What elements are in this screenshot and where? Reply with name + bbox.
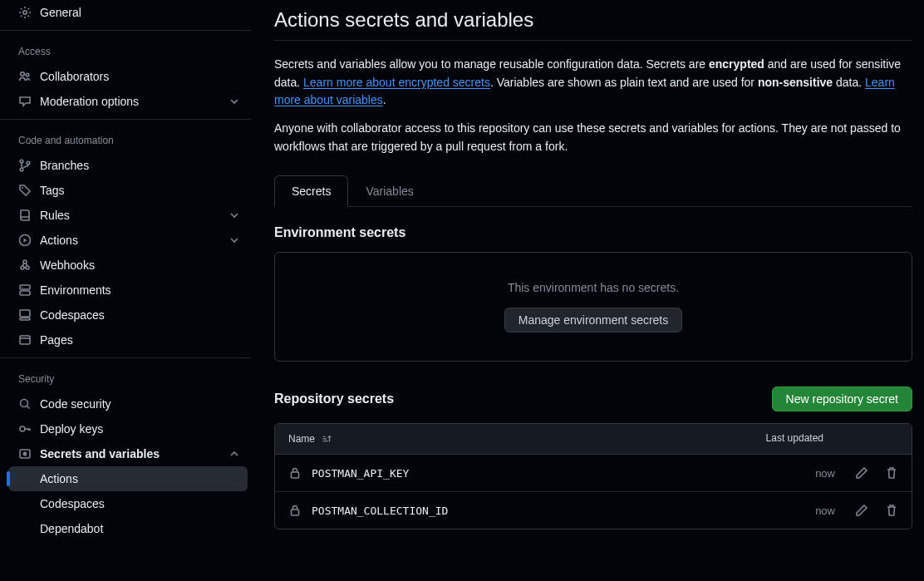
- page-title: Actions secrets and variables: [274, 8, 912, 40]
- sidebar-item-environments[interactable]: Environments: [0, 278, 251, 303]
- svg-point-4: [20, 168, 23, 171]
- sidebar-item-sv-actions[interactable]: Actions: [8, 466, 248, 491]
- svg-point-14: [22, 293, 22, 293]
- sidebar-label: Deploy keys: [40, 422, 103, 436]
- sidebar-item-pages[interactable]: Pages: [0, 327, 251, 352]
- sidebar-item-deploy-keys[interactable]: Deploy keys: [0, 416, 251, 441]
- sidebar-label: Dependabot: [40, 522, 103, 535]
- main-content: Actions secrets and variables Secrets an…: [258, 0, 924, 581]
- play-circle-icon: [18, 234, 32, 247]
- description-1: Secrets and variables allow you to manag…: [274, 56, 912, 110]
- new-repo-secret-button[interactable]: New repository secret: [772, 387, 912, 411]
- table-row: POSTMAN_COLLECTION_ID now: [275, 492, 912, 529]
- tag-icon: [18, 184, 32, 197]
- sidebar-item-sv-codespaces[interactable]: Codespaces: [0, 491, 251, 516]
- book-icon: [18, 209, 32, 222]
- sidebar-label: Actions: [40, 234, 78, 247]
- sidebar-section-security: Security: [0, 362, 251, 391]
- svg-rect-21: [292, 472, 299, 478]
- svg-point-8: [21, 266, 24, 269]
- secret-name: POSTMAN_COLLECTION_ID: [312, 505, 448, 517]
- shield-search-icon: [18, 397, 32, 411]
- secret-updated: now: [815, 505, 835, 517]
- repo-secrets-title: Repository secrets: [274, 391, 394, 406]
- sidebar-label: Secrets and variables: [40, 447, 160, 460]
- sidebar-item-sv-dependabot[interactable]: Dependabot: [0, 516, 251, 541]
- trash-icon[interactable]: [885, 504, 898, 517]
- col-updated-header: Last updated: [766, 432, 823, 446]
- divider: [274, 40, 912, 41]
- sidebar-label: Environments: [40, 283, 111, 297]
- sidebar-section-code: Code and automation: [0, 123, 251, 153]
- svg-rect-22: [292, 510, 299, 515]
- sidebar-label: Code security: [40, 397, 111, 411]
- table-row: POSTMAN_API_KEY now: [275, 455, 912, 492]
- sidebar-section-access: Access: [0, 34, 251, 64]
- secret-updated: now: [815, 467, 835, 480]
- svg-point-2: [26, 73, 29, 76]
- webhook-icon: [18, 258, 32, 272]
- svg-point-0: [23, 11, 27, 14]
- key-asterisk-icon: [18, 447, 32, 460]
- svg-point-3: [20, 160, 23, 163]
- svg-rect-17: [20, 336, 30, 344]
- table-header: Name Last updated: [275, 424, 912, 455]
- sidebar-item-rules[interactable]: Rules: [0, 203, 251, 228]
- secrets-table: Name Last updated POSTMAN_API_KEY now PO…: [274, 423, 912, 529]
- divider: [0, 30, 251, 31]
- trash-icon[interactable]: [885, 466, 898, 480]
- svg-rect-12: [20, 291, 30, 295]
- sidebar: General Access Collaborators Moderation …: [0, 0, 258, 581]
- sidebar-label: Rules: [40, 209, 70, 222]
- svg-point-18: [21, 400, 28, 407]
- sidebar-label: Codespaces: [40, 497, 105, 510]
- svg-point-5: [27, 161, 30, 165]
- link-encrypted-secrets[interactable]: Learn more about encrypted secrets: [303, 76, 490, 89]
- gear-icon: [18, 6, 32, 19]
- tab-secrets[interactable]: Secrets: [274, 175, 348, 207]
- svg-point-19: [20, 426, 25, 431]
- sidebar-label: Branches: [40, 159, 89, 172]
- divider: [0, 119, 251, 120]
- branch-icon: [18, 159, 32, 172]
- edit-icon[interactable]: [855, 504, 868, 517]
- description-2: Anyone with collaborator access to this …: [274, 120, 912, 155]
- divider: [0, 357, 251, 358]
- col-name-header[interactable]: Name: [288, 432, 333, 446]
- manage-env-secrets-button[interactable]: Manage environment secrets: [504, 308, 683, 332]
- sidebar-item-general[interactable]: General: [0, 0, 251, 25]
- lock-icon: [288, 466, 302, 480]
- tab-variables[interactable]: Variables: [348, 175, 430, 207]
- sidebar-label: Actions: [40, 472, 78, 485]
- secret-name: POSTMAN_API_KEY: [312, 467, 409, 480]
- chevron-down-icon: [228, 95, 241, 108]
- sort-icon: [320, 432, 333, 446]
- env-secrets-title: Environment secrets: [274, 225, 912, 240]
- svg-rect-16: [20, 318, 30, 321]
- sidebar-label: Webhooks: [40, 258, 95, 272]
- sidebar-label: General: [40, 6, 81, 19]
- sidebar-item-tags[interactable]: Tags: [0, 178, 251, 203]
- sidebar-item-collaborators[interactable]: Collaborators: [0, 64, 251, 89]
- env-secrets-empty: This environment has no secrets. Manage …: [274, 252, 912, 362]
- server-icon: [18, 283, 32, 297]
- sidebar-item-code-security[interactable]: Code security: [0, 391, 251, 416]
- sidebar-item-moderation[interactable]: Moderation options: [0, 89, 251, 114]
- sidebar-item-codespaces[interactable]: Codespaces: [0, 303, 251, 327]
- sidebar-item-secrets-variables[interactable]: Secrets and variables: [0, 441, 251, 466]
- sidebar-item-branches[interactable]: Branches: [0, 153, 251, 178]
- sidebar-label: Collaborators: [40, 70, 109, 83]
- svg-rect-11: [20, 285, 30, 289]
- edit-icon[interactable]: [855, 466, 868, 480]
- lock-icon: [288, 504, 302, 517]
- svg-rect-15: [20, 310, 30, 317]
- sidebar-item-actions[interactable]: Actions: [0, 228, 251, 253]
- tabs: Secrets Variables: [274, 175, 912, 207]
- svg-point-1: [21, 72, 25, 76]
- people-icon: [18, 70, 32, 83]
- sidebar-item-webhooks[interactable]: Webhooks: [0, 253, 251, 278]
- key-icon: [18, 422, 32, 436]
- comment-icon: [18, 95, 32, 108]
- svg-point-9: [26, 266, 29, 269]
- svg-point-13: [22, 287, 22, 288]
